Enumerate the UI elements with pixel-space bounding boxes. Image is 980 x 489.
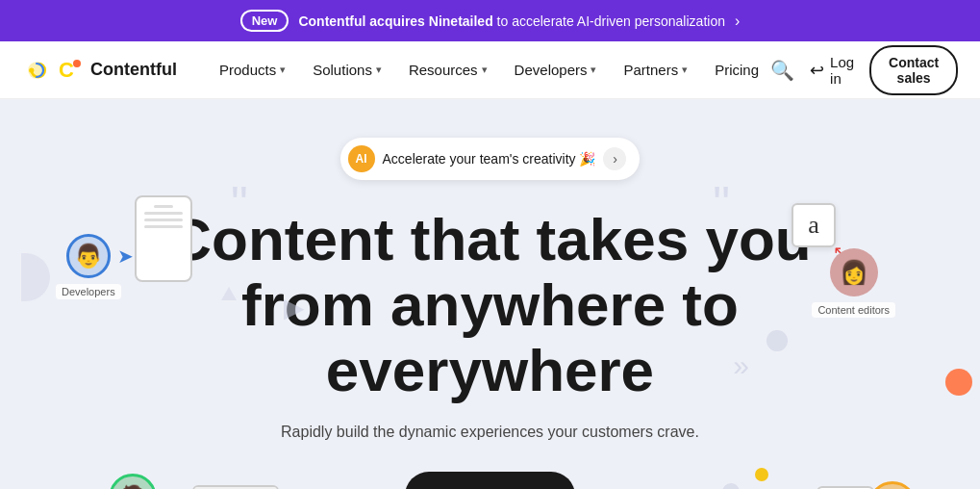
marketer-avatar: 🧔 bbox=[109, 474, 157, 489]
chevron-down-icon: ▾ bbox=[682, 64, 688, 76]
svg-text:C: C bbox=[59, 58, 74, 82]
designers-persona-card: 👩 Designers bbox=[863, 481, 922, 489]
logo[interactable]: C Contentful bbox=[23, 56, 177, 85]
contact-sales-button[interactable]: Contact sales bbox=[869, 45, 958, 95]
nav-links: Products ▾ Solutions ▾ Resources ▾ Devel… bbox=[208, 54, 770, 86]
search-icon[interactable]: 🔍 bbox=[770, 59, 794, 82]
nav-actions: 🔍 ↩ Log in Contact sales bbox=[770, 45, 958, 95]
developer-avatar: 👨 bbox=[66, 234, 111, 278]
ai-pill-text: Accelerate your team's creativity 🎉 bbox=[383, 151, 596, 167]
contentful-logo-icon bbox=[23, 57, 50, 84]
nav-item-products[interactable]: Products ▾ bbox=[208, 54, 297, 86]
designer-avatar: 👩 bbox=[868, 481, 917, 489]
decorative-yellow-dot bbox=[755, 468, 768, 481]
nav-item-solutions[interactable]: Solutions ▾ bbox=[301, 54, 393, 86]
decorative-circle-br bbox=[722, 483, 740, 489]
chevron-down-icon: ▾ bbox=[591, 64, 596, 76]
nav-item-developers[interactable]: Developers ▾ bbox=[503, 54, 609, 86]
phone-mockup bbox=[135, 195, 192, 282]
content-editors-card: 👩 Content editors bbox=[812, 248, 895, 318]
decorative-triangle bbox=[221, 287, 237, 300]
ai-pill-arrow-icon: › bbox=[603, 147, 626, 170]
announcement-banner[interactable]: New Contentful acquires Ninetailed to ac… bbox=[0, 0, 980, 41]
hero-heading: Content that takes you from anywhere to … bbox=[168, 207, 811, 404]
hero-subtext: Rapidly build the dynamic experiences yo… bbox=[281, 424, 699, 441]
main-nav: C Contentful Products ▾ Solutions ▾ Reso… bbox=[0, 41, 980, 99]
developer-label: Developers bbox=[56, 284, 121, 299]
content-editors-label: Content editors bbox=[812, 302, 895, 318]
nav-item-resources[interactable]: Resources ▾ bbox=[397, 54, 499, 86]
svg-point-5 bbox=[73, 60, 81, 67]
developer-arrow-icon: ➤ bbox=[117, 244, 134, 268]
chevron-down-icon: ▾ bbox=[376, 64, 382, 76]
ai-badge: AI bbox=[348, 145, 375, 172]
new-badge: New bbox=[240, 10, 289, 32]
editor-avatar: 👩 bbox=[830, 248, 878, 296]
logo-svg: C bbox=[56, 56, 85, 85]
nav-item-partners[interactable]: Partners ▾ bbox=[612, 54, 699, 86]
svg-point-2 bbox=[29, 67, 34, 72]
marketers-persona-card: 🧔 ➤ Marketers bbox=[104, 474, 163, 489]
nav-item-pricing[interactable]: Pricing bbox=[703, 54, 770, 86]
decorative-orange-circle bbox=[945, 369, 972, 396]
decorative-quote-right: " bbox=[713, 176, 730, 232]
login-icon: ↩ bbox=[810, 60, 824, 81]
decorative-shape-left bbox=[21, 253, 50, 301]
banner-text: Contentful acquires Ninetailed to accele… bbox=[298, 13, 725, 29]
logo-wordmark: Contentful bbox=[90, 60, 177, 80]
banner-arrow-icon: › bbox=[735, 13, 740, 30]
chevron-down-icon: ▾ bbox=[482, 64, 488, 76]
letter-a-card: a bbox=[792, 203, 836, 247]
chevron-down-icon: ▾ bbox=[280, 64, 286, 76]
ai-pill[interactable]: AI Accelerate your team's creativity 🎉 › bbox=[340, 138, 641, 180]
decorative-play-left: ▶ bbox=[284, 292, 305, 323]
developer-persona-card: 👨 ➤ Developers bbox=[56, 234, 121, 299]
decorative-circle-mid bbox=[766, 330, 788, 351]
browser-mockup bbox=[192, 485, 279, 489]
decorative-quote-left: " bbox=[231, 176, 248, 232]
hero-cta-button[interactable]: Contact sales bbox=[405, 472, 574, 489]
decorative-chevrons-right: » bbox=[733, 349, 749, 382]
login-button[interactable]: ↩ Log in bbox=[810, 54, 854, 87]
hero-section: " " ▶ » 👨 ➤ Developers a ↖ 👩 Content edi… bbox=[0, 99, 980, 489]
